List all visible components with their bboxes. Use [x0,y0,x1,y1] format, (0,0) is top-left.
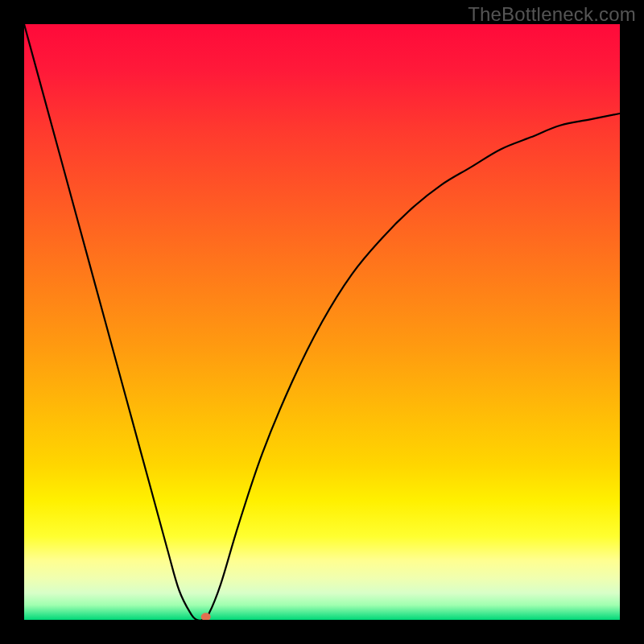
plot-area [24,24,620,620]
curve-layer [24,24,620,620]
watermark-text: TheBottleneck.com [468,3,636,26]
bottleneck-curve [24,24,620,620]
chart-container: TheBottleneck.com [0,0,644,644]
